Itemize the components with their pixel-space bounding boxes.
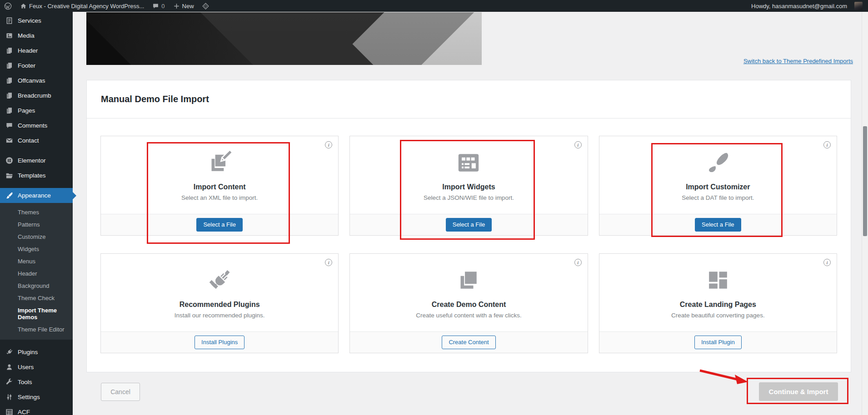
site-title: Feux - Creative Digital Agency WordPress… xyxy=(29,3,144,10)
sidebar-item-breadcrumb[interactable]: Breadcrumb xyxy=(0,88,73,103)
pages-icon xyxy=(5,92,13,99)
sidebar-item-label: Comments xyxy=(18,122,47,129)
sidebar-item-label: ACF xyxy=(18,409,30,415)
admin-bar: Feux - Creative Digital Agency WordPress… xyxy=(0,0,868,12)
continue-import-button[interactable]: Continue & Import xyxy=(759,382,838,401)
pages-icon xyxy=(5,107,13,114)
wordpress-logo-button[interactable] xyxy=(0,0,16,12)
sidebar-item-templates[interactable]: Templates xyxy=(0,168,73,183)
widgets-icon xyxy=(350,150,587,177)
submenu-item-menus[interactable]: Menus xyxy=(0,255,73,267)
submenu-item-theme-check[interactable]: Theme Check xyxy=(0,292,73,304)
import-cards-grid: i Import Content Select an XML file to i… xyxy=(87,119,851,353)
edit-content-icon xyxy=(101,150,338,177)
sidebar-item-acf[interactable]: ACF xyxy=(0,405,73,415)
install-plugin-button[interactable]: Install Plugin xyxy=(694,336,742,349)
sidebar-item-contact[interactable]: Contact xyxy=(0,133,73,148)
envelope-icon xyxy=(5,137,13,144)
new-content-link[interactable]: New xyxy=(169,0,198,12)
sidebar-item-media[interactable]: Media xyxy=(0,28,73,43)
user-icon xyxy=(5,363,13,371)
scrollbar-thumb[interactable] xyxy=(863,126,867,236)
sidebar-item-label: Users xyxy=(18,364,34,371)
sidebar-item-comments[interactable]: Comments xyxy=(0,118,73,133)
sidebar-item-services[interactable]: Services xyxy=(0,13,73,28)
install-plugins-button[interactable]: Install Plugins xyxy=(195,336,244,349)
info-icon[interactable]: i xyxy=(574,141,582,148)
card-title: Import Content xyxy=(101,183,338,191)
cancel-button[interactable]: Cancel xyxy=(101,383,140,401)
sidebar-item-pages[interactable]: Pages xyxy=(0,103,73,118)
sidebar-item-elementor[interactable]: Elementor xyxy=(0,153,73,168)
card-body: Import Content Select an XML file to imp… xyxy=(101,136,338,214)
create-content-button[interactable]: Create Content xyxy=(442,336,495,349)
select-file-button[interactable]: Select a File xyxy=(695,218,741,232)
submenu-item-themes[interactable]: Themes xyxy=(0,206,73,218)
folder-icon xyxy=(5,172,13,179)
card-title: Create Landing Pages xyxy=(599,301,837,309)
document-icon xyxy=(5,17,13,25)
submenu-item-patterns[interactable]: Patterns xyxy=(0,218,73,231)
sidebar-item-label: Offcanvas xyxy=(18,77,45,84)
main-content: Switch back to Theme Predefined Imports … xyxy=(73,12,868,415)
card-footer: Install Plugin xyxy=(599,331,837,353)
submenu-item-customize[interactable]: Customize xyxy=(0,231,73,243)
sidebar-item-appearance[interactable]: Appearance xyxy=(0,188,73,203)
active-menu-arrow xyxy=(73,192,76,199)
wordpress-logo-icon xyxy=(4,2,12,10)
stacked-pages-icon xyxy=(350,267,587,295)
pages-icon xyxy=(5,47,13,54)
select-file-button[interactable]: Select a File xyxy=(446,218,492,232)
diamond-icon xyxy=(202,3,209,10)
card-footer: Select a File xyxy=(350,214,587,235)
theme-preview-image xyxy=(86,12,482,65)
sidebar-item-tools[interactable]: Tools xyxy=(0,375,73,390)
pages-icon xyxy=(5,62,13,69)
sidebar-item-label: Appearance xyxy=(18,192,51,199)
page-scrollbar xyxy=(862,12,868,415)
plugin-icon xyxy=(5,348,13,356)
submenu-item-header[interactable]: Header xyxy=(0,267,73,280)
import-panel: Manual Demo File Import i Import Content… xyxy=(86,80,851,372)
card-description: Install our recommended plugins. xyxy=(101,312,338,319)
wrench-icon xyxy=(5,378,13,386)
sidebar-item-label: Templates xyxy=(18,172,46,179)
card-footer: Select a File xyxy=(599,214,837,235)
card-description: Create beautiful converting pages. xyxy=(599,312,837,319)
select-file-button[interactable]: Select a File xyxy=(196,218,243,232)
comments-link[interactable]: 0 xyxy=(148,0,169,12)
card-title: Import Widgets xyxy=(350,183,587,191)
card-title: Import Customizer xyxy=(599,183,837,191)
plugin-check-icon xyxy=(101,267,338,295)
sidebar-item-label: Tools xyxy=(18,379,32,385)
comment-icon xyxy=(152,3,159,10)
info-icon[interactable]: i xyxy=(823,259,831,266)
sidebar-item-offcanvas[interactable]: Offcanvas xyxy=(0,73,73,88)
submenu-item-background[interactable]: Background xyxy=(0,280,73,292)
sidebar-item-users[interactable]: Users xyxy=(0,360,73,375)
info-icon[interactable]: i xyxy=(574,259,582,266)
card-body: Create Demo Content Create useful conten… xyxy=(350,254,587,331)
card-description: Select a DAT file to import. xyxy=(599,194,837,201)
submenu-item-import-theme-demos[interactable]: Import Theme Demos xyxy=(0,304,73,323)
sidebar-item-plugins[interactable]: Plugins xyxy=(0,345,73,360)
comment-icon xyxy=(5,122,13,129)
table-icon xyxy=(5,408,13,415)
switch-back-link[interactable]: Switch back to Theme Predefined Imports xyxy=(743,58,853,64)
card-description: Select an XML file to import. xyxy=(101,194,338,201)
site-name-link[interactable]: Feux - Creative Digital Agency WordPress… xyxy=(16,0,148,12)
sidebar-item-header[interactable]: Header xyxy=(0,43,73,58)
info-icon[interactable]: i xyxy=(823,141,831,148)
submenu-item-theme-file-editor[interactable]: Theme File Editor xyxy=(0,323,73,336)
account-menu-link[interactable]: Howdy, hasanmasudnet@gmail.com xyxy=(747,0,851,12)
submenu-item-widgets[interactable]: Widgets xyxy=(0,243,73,255)
theme-builder-link[interactable] xyxy=(198,0,213,12)
comments-count: 0 xyxy=(161,3,165,10)
new-label: New xyxy=(182,3,194,10)
sidebar-item-settings[interactable]: Settings xyxy=(0,390,73,405)
sidebar-item-footer[interactable]: Footer xyxy=(0,58,73,73)
card-recommended-plugins: i Recommended Plugins Install our recomm… xyxy=(100,253,339,353)
card-footer: Create Content xyxy=(350,331,587,353)
brush-icon xyxy=(5,192,13,199)
sidebar-item-label: Contact xyxy=(18,137,39,144)
